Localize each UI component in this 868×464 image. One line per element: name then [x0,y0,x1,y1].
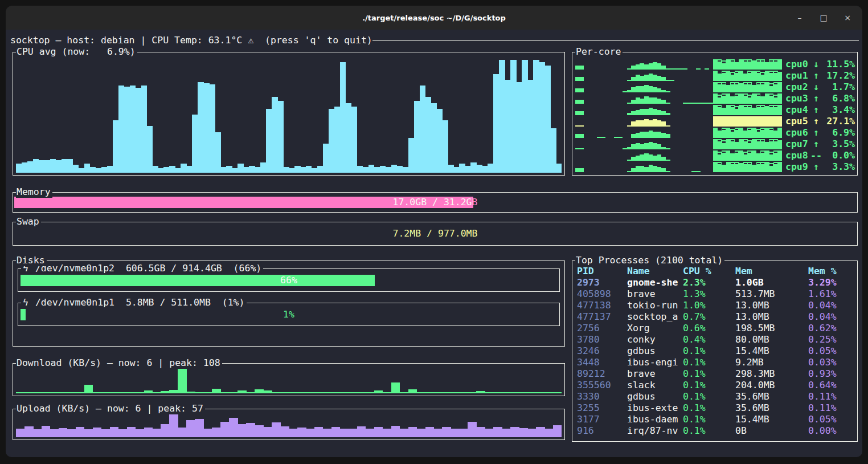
cpu-core-name: cpu3 [785,93,809,104]
process-mem: 35.6MB [735,402,808,414]
close-icon[interactable]: × [843,13,852,22]
process-pid: 916 [577,425,627,437]
disk-gauge-title: ϟ /dev/nvme0n1p2 606.5GB / 914.4GB (66%) [21,263,263,274]
process-mem: 204.0MB [735,380,808,391]
percore-row: cpu4 ↑ 3.4% [575,104,855,116]
cpu-core-label: cpu0 ↓ 11.5% [785,59,855,70]
process-mem-percent: 0.05% [808,414,855,425]
process-pid: 355560 [577,380,627,391]
cpu-core-sparkline [575,150,782,161]
disk-usage-gauge: 1% 1% [21,309,557,320]
process-cpu: 0.1% [683,345,735,357]
top-processes-panel: Top Processes (2100 total) PID Name CPU … [572,261,858,442]
process-mem-percent: 0.93% [808,368,855,380]
percore-row: cpu7 ↑ 3.5% [575,139,855,150]
process-cpu: 2.3% [683,277,735,288]
process-cpu: 0.1% [683,414,735,425]
process-row: 477137 socktop_a 0.7% 13.0MB 0.04% [577,311,855,323]
process-row: 3177 ibus-daem 0.1% 15.4MB 0.05% [577,414,855,425]
percore-title: Per-core [575,46,623,58]
process-name: brave [627,288,683,300]
process-name: ibus-engi [627,357,683,368]
process-mem-percent: 0.11% [808,402,855,414]
process-mem-percent: 0.00% [808,425,855,437]
process-mem: 13.0MB [735,300,808,311]
process-name: ibus-daem [627,414,683,425]
cpu-core-name: cpu8 [785,150,809,161]
process-cpu: 1.3% [683,288,735,300]
process-mem: 15.4MB [735,345,808,357]
process-name: gdbus [627,391,683,402]
process-cpu: 0.7% [683,311,735,323]
process-pid: 89212 [577,368,627,380]
cpu-core-percent: 27.1% [823,116,855,127]
download-title: Download (KB/s) — now: 6 | peak: 108 [16,357,222,369]
process-rows: 2973 gnome-she 2.3% 1.0GB 3.29% 405898 b… [577,277,855,437]
process-pid: 3330 [577,391,627,402]
cpu-avg-title: CPU avg (now: 6.9%) [16,46,137,58]
percore-row: cpu9 ↑ 3.3% [575,161,855,173]
cpu-core-percent: 3.5% [823,139,855,150]
top-processes-title: Top Processes (2100 total) [575,255,724,266]
process-name: tokio-run [627,300,683,311]
process-mem: 513.7MB [735,288,808,300]
cpu-core-percent: 6.9% [823,127,855,139]
cpu-core-trend-arrow: ↑ [809,116,823,127]
process-row: 355560 slack 0.1% 204.0MB 0.64% [577,380,855,391]
process-pid: 2756 [577,323,627,334]
process-mem-percent: 3.29% [808,277,855,288]
cpu-avg-chart [16,56,562,173]
percore-row: cpu6 ↑ 6.9% [575,127,855,139]
app-header: socktop — host: debian | CPU Temp: 63.1°… [10,35,859,46]
cpu-core-sparkline [575,105,782,115]
process-row: 2756 Xorg 0.6% 198.5MB 0.62% [577,323,855,334]
percore-row: cpu1 ↑ 17.2% [575,70,855,82]
cpu-core-trend-arrow: ↑ [809,104,823,116]
cpu-core-label: cpu2 ↓ 1.7% [785,82,855,93]
process-cpu: 0.1% [683,357,735,368]
process-mem-percent: 0.04% [808,300,855,311]
cpu-core-percent: 0.0% [823,150,855,161]
process-pid: 3177 [577,414,627,425]
column-cpu: CPU % [683,266,735,277]
upload-chart-box [16,413,562,437]
upload-panel: Upload (KB/s) — now: 6 | peak: 57 [13,409,565,440]
download-chart [16,368,562,393]
disk-gauge-panel: ϟ /dev/nvme0n1p1 5.8MB / 511.0MB (1%) 1%… [18,303,560,326]
cpu-core-name: cpu7 [785,139,809,150]
process-name: gdbus [627,345,683,357]
cpu-core-percent: 17.2% [823,70,855,82]
process-mem-percent: 0.62% [808,323,855,334]
cpu-core-label: cpu5 ↑ 27.1% [785,116,855,127]
memory-gauge: 17.0GB / 31.2GB 17.0GB / 31.2GB [14,197,856,208]
disks-title: Disks [16,255,47,266]
process-pid: 2973 [577,277,627,288]
cpu-core-trend-arrow: ↑ [809,93,823,104]
upload-chart [16,413,562,437]
cpu-core-trend-arrow: -- [809,150,823,161]
disk-bolt-icon: ϟ [23,297,28,308]
process-cpu: 0.1% [683,425,735,437]
window-controls: – □ × [795,6,852,30]
titlebar[interactable]: ./target/release/soc ~/D/G/socktop – □ × [6,6,862,30]
percore-rows: cpu0 ↓ 11.5% cpu1 ↑ 17.2% cpu2 ↓ 1.7% cp… [575,59,855,173]
process-row: 3246 gdbus 0.1% 15.4MB 0.05% [577,345,855,357]
process-mem-percent: 0.04% [808,311,855,323]
app-header-text: socktop — host: debian | CPU Temp: 63.1°… [10,35,372,46]
minimize-icon[interactable]: – [795,13,804,22]
cpu-core-name: cpu6 [785,127,809,139]
percore-row: cpu2 ↓ 1.7% [575,82,855,93]
process-row: 89212 brave 0.1% 298.3MB 0.93% [577,368,855,380]
maximize-icon[interactable]: □ [819,13,828,22]
process-pid: 3448 [577,357,627,368]
window-title: ./target/release/soc ~/D/G/socktop [362,14,506,22]
process-name: irq/87-nv [627,425,683,437]
cpu-core-trend-arrow: ↑ [809,161,823,173]
download-panel: Download (KB/s) — now: 6 | peak: 108 [13,363,565,396]
process-name: ibus-exte [627,402,683,414]
process-mem: 13.0MB [735,311,808,323]
process-name: socktop_a [627,311,683,323]
swap-gauge: 7.2MB / 977.0MB 7.2MB / 977.0MB [14,228,856,239]
process-mem: 9.2MB [735,357,808,368]
memory-panel: Memory 17.0GB / 31.2GB 17.0GB / 31.2GB [13,192,858,213]
